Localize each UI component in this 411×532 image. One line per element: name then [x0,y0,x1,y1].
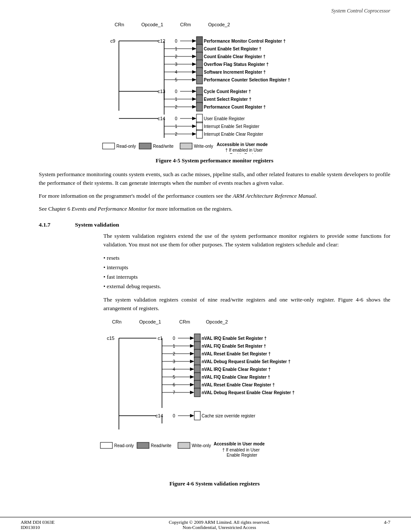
footer-center2: Non-Confidential, Unrestricted Access [169,525,270,530]
svg-text:nVAL Debug Request Enable Clea: nVAL Debug Request Enable Clear Register… [202,390,295,395]
svg-text:5: 5 [175,78,177,82]
svg-rect-26 [196,68,202,76]
svg-marker-134 [190,414,194,417]
footer-left2: ID013010 [21,525,55,530]
svg-rect-21 [196,60,202,68]
body-para2-post: . [316,193,317,199]
svg-marker-62 [192,132,196,136]
page-header: System Control Coprocessor [0,0,411,16]
svg-text:0: 0 [173,414,175,418]
body-para3-italic: Events and Performance Monitor [72,205,146,212]
body-para3-post: for more information on the registers. [147,205,233,212]
svg-text:Enable Register: Enable Register [227,453,258,457]
svg-text:4: 4 [173,367,175,372]
footer-right: 4-7 [384,520,390,530]
svg-text:3: 3 [173,359,175,364]
svg-marker-84 [190,336,194,340]
reg-c14-2: Interrupt Enable Clear Register [204,132,264,137]
svg-text:Read-only: Read-only [114,443,134,448]
svg-text:0: 0 [175,89,177,94]
svg-text:4: 4 [175,70,177,75]
svg-text:6: 6 [173,383,175,387]
svg-text:nVAL Reset Enable Clear Regist: nVAL Reset Enable Clear Register † [202,383,275,387]
svg-text:Read-only: Read-only [116,144,136,149]
header-title: System Control Coprocessor [331,8,390,14]
svg-rect-53 [196,114,202,123]
bullet-resets: resets [103,253,390,263]
svg-text:0: 0 [173,336,175,341]
svg-rect-16 [196,52,202,61]
svg-rect-115 [194,373,200,381]
svg-text:† If enabled in User: † If enabled in User [225,148,263,152]
reg-c13-2: Performance Count Register † [204,105,266,109]
svg-rect-47 [196,103,202,111]
svg-marker-57 [192,124,196,128]
reg-c14-1: Interrupt Enable Set Register [204,124,260,129]
crm-label: CRm [180,22,191,27]
section417-bullets: resets interrupts fast interrupts extern… [103,253,390,291]
svg-rect-103 [194,357,200,366]
svg-text:Accessible in User mode: Accessible in User mode [217,142,268,147]
body-para2-pre: For more information on the programmer's… [39,193,233,199]
content-area: CRn Opcode_1 CRm Opcode_2 c9 c12 [0,20,411,487]
svg-rect-68 [180,143,192,149]
figure1-svg: CRn Opcode_1 CRm Opcode_2 c9 c12 [90,20,339,154]
svg-marker-90 [190,344,194,348]
reg-c12-1: Count Enable Set Register † [204,47,262,51]
figure1-caption: Figure 4-5 System performance monitor re… [39,157,390,164]
figure1-container: CRn Opcode_1 CRm Opcode_2 c9 c12 [39,20,390,154]
svg-marker-20 [192,62,196,66]
svg-text:0: 0 [175,39,177,44]
svg-marker-36 [192,90,196,93]
section417-title: System validation [75,221,119,228]
svg-rect-121 [194,380,200,389]
svg-rect-37 [196,87,202,96]
opcode2-label: Opcode_2 [208,22,230,27]
body-para2: For more information on the programmer's… [39,192,390,200]
svg-rect-58 [196,122,202,131]
svg-text:Accessible in User mode: Accessible in User mode [214,442,265,446]
figure2-caption: Figure 4-6 System validation registers [39,480,390,487]
svg-marker-46 [192,105,196,109]
reg-c12-0: Performance Monitor Control Register † [204,39,286,44]
svg-marker-52 [192,117,196,120]
svg-text:nVAL FIQ Enable Set Register †: nVAL FIQ Enable Set Register † [202,344,266,348]
svg-rect-97 [194,349,200,358]
figure2-container: CRn Opcode_1 CRm Opcode_2 c15 c1 0 [39,317,390,477]
svg-text:Opcode_1: Opcode_1 [139,319,161,324]
svg-rect-141 [178,442,190,448]
svg-text:Opcode_2: Opcode_2 [206,319,228,324]
svg-marker-120 [190,383,194,386]
footer-center: Copyright © 2009 ARM Limited. All rights… [169,520,270,530]
svg-marker-126 [190,391,194,394]
reg-c13-0: Cycle Count Register † [204,89,251,94]
svg-text:nVAL IRQ Enable Set Register †: nVAL IRQ Enable Set Register † [202,336,267,341]
section417-num: 4.1.7 [39,221,65,228]
section417-heading: 4.1.7 System validation [39,221,390,228]
svg-marker-96 [190,352,194,355]
svg-text:c15: c15 [107,336,115,341]
svg-text:CRm: CRm [179,319,190,324]
svg-text:Enable Register: Enable Register [230,153,261,154]
svg-marker-30 [192,78,196,81]
svg-text:2: 2 [175,54,177,59]
svg-marker-15 [192,55,196,58]
svg-rect-85 [194,334,200,342]
page: System Control Coprocessor CRn Opcode_1 … [0,0,411,532]
svg-text:0: 0 [175,116,177,121]
svg-marker-5 [192,39,196,43]
reg-c12-4: Software Increment Register † [204,70,266,75]
svg-marker-25 [192,70,196,74]
reg-c12-3: Overflow Flag Status Register † [204,62,269,67]
svg-rect-64 [103,143,115,149]
page-footer: ARM DDI 0363E ID013010 Copyright © 2009 … [0,517,411,532]
svg-marker-41 [192,97,196,101]
body-para3: See Chapter 6 Events and Performance Mon… [39,205,390,213]
figure2-svg: CRn Opcode_1 CRm Opcode_2 c15 c1 0 [90,317,348,477]
bullet-debug: external debug requests. [103,282,390,291]
svg-text:1: 1 [175,47,177,51]
svg-text:2: 2 [175,105,177,109]
svg-rect-6 [196,37,202,45]
svg-rect-63 [196,130,202,138]
figure2-diagram: CRn Opcode_1 CRm Opcode_2 c15 c1 0 [90,317,339,477]
